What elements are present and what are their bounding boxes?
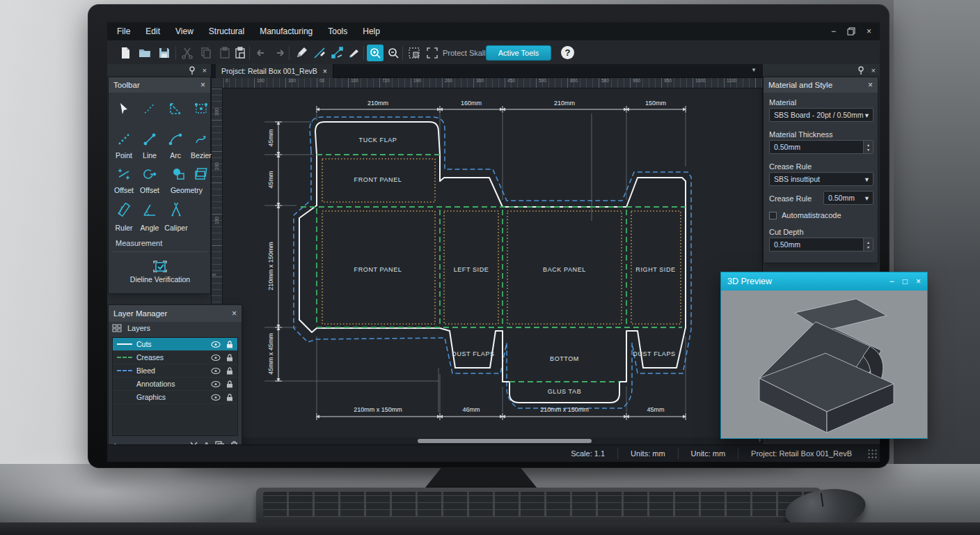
- material-panel-close-icon[interactable]: ×: [868, 80, 873, 90]
- menu-help[interactable]: Help: [363, 26, 380, 36]
- spin-down-icon[interactable]: ▾: [867, 245, 869, 249]
- menu-tools[interactable]: Tools: [328, 26, 347, 36]
- bezier-tool-icon[interactable]: [191, 129, 212, 150]
- active-tools-button[interactable]: Active Toels: [486, 45, 551, 61]
- redo-icon[interactable]: [271, 45, 287, 61]
- menu-structural[interactable]: Structural: [209, 26, 244, 36]
- marquee-points-tool-icon[interactable]: [191, 98, 212, 119]
- cut-icon[interactable]: [179, 45, 196, 61]
- offset-circle-tool-icon[interactable]: [139, 164, 160, 185]
- layer-name: Cuts: [136, 340, 152, 348]
- canvas[interactable]: 210mm 160mm 210mm 150mm 210mm x 150mm 46…: [223, 88, 762, 437]
- layer-row-bleed[interactable]: Bleed: [113, 364, 237, 378]
- line-tool-icon[interactable]: [139, 129, 160, 150]
- tab-list-dropdown-icon[interactable]: ▼: [751, 67, 757, 73]
- spin-down-icon[interactable]: ▾: [867, 147, 869, 152]
- resize-grip[interactable]: [867, 449, 877, 458]
- caliper-tool-icon[interactable]: [166, 200, 187, 221]
- menu-manufacturing[interactable]: Manufacturing: [260, 26, 313, 36]
- preview-3d-box[interactable]: [721, 290, 927, 438]
- window-minimize-icon[interactable]: −: [831, 26, 836, 36]
- undo-icon[interactable]: [253, 45, 270, 61]
- crease-rule2-select[interactable]: 0.50mm ▾: [823, 191, 874, 205]
- node-edit-icon[interactable]: [329, 45, 346, 61]
- visibility-eye-icon[interactable]: [211, 368, 221, 374]
- offset-curve-tool-icon[interactable]: [113, 164, 134, 185]
- preview-titlebar[interactable]: 3D Preview − □ ×: [721, 272, 927, 290]
- zoom-out-icon[interactable]: [385, 45, 402, 61]
- preview-maximize-icon[interactable]: □: [903, 277, 908, 286]
- layer-row-annotations[interactable]: Annotations: [113, 378, 237, 391]
- auto-checkbox-row[interactable]: Automatistracode: [769, 211, 841, 219]
- window-close-icon[interactable]: ×: [867, 26, 871, 36]
- layer-name: Graphics: [136, 393, 166, 401]
- tab-close-icon[interactable]: ×: [323, 67, 327, 75]
- point-tool-icon[interactable]: [113, 129, 134, 150]
- spin-up-icon[interactable]: ▴: [867, 240, 869, 245]
- thickness-label: Material Thickness: [769, 130, 833, 139]
- open-folder-icon[interactable]: [136, 45, 153, 61]
- scrollbar-thumb[interactable]: [418, 439, 592, 443]
- cut-depth-input[interactable]: 0.50mm ▴▾: [769, 238, 874, 251]
- zoom-in-icon[interactable]: [367, 45, 384, 61]
- window-restore-icon[interactable]: [847, 27, 855, 36]
- select-tool-icon[interactable]: [113, 98, 134, 119]
- layer-row-graphics[interactable]: Graphics: [113, 391, 237, 404]
- dock-close-icon[interactable]: ×: [871, 66, 876, 75]
- spin-up-icon[interactable]: ▴: [867, 142, 869, 147]
- lock-icon[interactable]: [226, 380, 233, 388]
- pin-icon[interactable]: [858, 66, 864, 75]
- menu-edit[interactable]: Edit: [145, 26, 160, 36]
- dim-label: 210mm x 150mm: [267, 242, 274, 290]
- select-marquee-icon[interactable]: [424, 45, 441, 61]
- pencil-icon[interactable]: [293, 45, 310, 61]
- material-select[interactable]: SBS Board - 20pt / 0.50mm ▾: [769, 108, 874, 122]
- paste-special-icon[interactable]: [232, 45, 248, 61]
- visibility-eye-icon[interactable]: [211, 341, 221, 348]
- menu-view[interactable]: View: [175, 26, 193, 36]
- menu-file[interactable]: File: [117, 26, 130, 36]
- ruler-tool-icon[interactable]: [113, 200, 134, 221]
- arc-tool-icon[interactable]: [165, 129, 186, 150]
- visibility-eye-icon[interactable]: [211, 381, 221, 387]
- material-panel: Material and Style× Material SBS Board -…: [763, 77, 878, 263]
- copy-icon[interactable]: [198, 45, 214, 61]
- cut-depth-value: 0.50mm: [774, 240, 800, 249]
- paste-icon[interactable]: [216, 45, 233, 61]
- visibility-eye-icon[interactable]: [211, 394, 221, 401]
- layer-name: Bleed: [136, 366, 155, 375]
- polyline-pencil-icon[interactable]: [311, 45, 328, 61]
- lock-icon[interactable]: [226, 341, 233, 348]
- document-tab[interactable]: Projsct: Retail Box 001_RevB ×: [216, 64, 333, 78]
- freehand-tool-icon[interactable]: [139, 98, 160, 119]
- save-icon[interactable]: [156, 45, 173, 61]
- layer-manager-close-icon[interactable]: ×: [232, 309, 237, 318]
- crease-rule-select[interactable]: SBS insuttiput ▾: [769, 172, 874, 186]
- geometry-stack-icon[interactable]: [191, 164, 212, 185]
- knife-icon[interactable]: [346, 45, 363, 61]
- pin-icon[interactable]: [189, 66, 196, 75]
- layer-row-creases[interactable]: Creases: [113, 351, 237, 364]
- new-file-icon[interactable]: [117, 45, 134, 61]
- dim-label: 45mm: [647, 406, 664, 413]
- angle-tool-icon[interactable]: [139, 200, 160, 221]
- horizontal-scrollbar[interactable]: ›: [223, 437, 762, 444]
- layer-row-cuts[interactable]: Cuts: [113, 338, 237, 351]
- help-icon[interactable]: ?: [561, 46, 574, 59]
- geometry-shapes-icon[interactable]: [168, 164, 189, 185]
- lock-icon[interactable]: [226, 367, 233, 375]
- tools-panel-close-icon[interactable]: ×: [200, 80, 205, 90]
- preview-minimize-icon[interactable]: −: [890, 277, 894, 286]
- thickness-input[interactable]: 0.50mm ▴▾: [769, 140, 874, 154]
- select-grid-icon[interactable]: [406, 45, 422, 61]
- auto-checkbox[interactable]: [769, 212, 777, 219]
- cut-depth-label: Cut Depth: [769, 228, 804, 236]
- dock-close-icon[interactable]: ×: [203, 66, 207, 75]
- lock-icon[interactable]: [226, 394, 233, 401]
- visibility-eye-icon[interactable]: [211, 355, 221, 361]
- lock-icon[interactable]: [226, 354, 233, 362]
- thickness-stepper[interactable]: ▴▾: [863, 141, 873, 153]
- axes-tool-icon[interactable]: [165, 98, 186, 119]
- cut-depth-stepper[interactable]: ▴▾: [863, 238, 873, 251]
- preview-close-icon[interactable]: ×: [916, 277, 921, 286]
